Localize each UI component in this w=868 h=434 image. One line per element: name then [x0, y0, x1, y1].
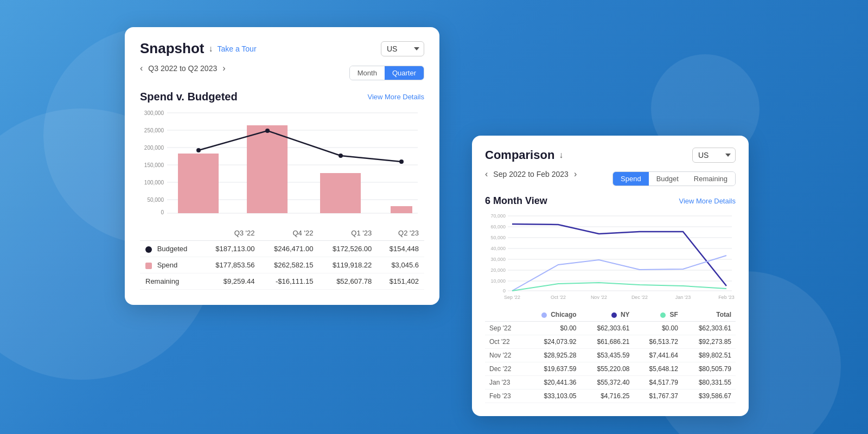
snapshot-next-arrow[interactable]: › — [222, 63, 225, 73]
snapshot-view-more[interactable]: View More Details — [367, 93, 424, 101]
bar-q3-spend — [178, 154, 219, 213]
comparison-card: Comparison ↓ US EU APAC ‹ Sep 2022 to Fe… — [472, 136, 749, 416]
snapshot-table-header-row: Q3 '22 Q4 '22 Q1 '23 Q2 '23 — [140, 226, 424, 241]
download-icon[interactable]: ↓ — [208, 44, 213, 54]
comparison-download-icon[interactable]: ↓ — [559, 150, 563, 160]
svg-text:20,000: 20,000 — [490, 267, 506, 273]
remaining-q4: -$16,111.15 — [260, 273, 319, 290]
toggle-spend-btn[interactable]: Spend — [613, 172, 649, 186]
comp-sf-5: $1,767.37 — [634, 390, 682, 403]
comp-ny-1: $61,686.21 — [581, 335, 634, 349]
comp-month-0: Sep '22 — [485, 322, 525, 335]
snapshot-toggle-group: Month Quarter — [349, 66, 424, 80]
comp-col-month — [485, 308, 525, 322]
svg-text:40,000: 40,000 — [490, 246, 506, 251]
comparison-title-area: Comparison ↓ — [485, 148, 563, 162]
snapshot-date-nav: ‹ Q3 2022 to Q2 2023 › — [140, 63, 226, 73]
comp-col-chicago: Chicago — [525, 308, 581, 322]
toggle-month-btn[interactable]: Month — [350, 66, 385, 80]
spend-dot — [145, 263, 152, 269]
comp-sf-0: $0.00 — [634, 322, 682, 335]
comp-table-row: Nov '22 $28,925.28 $53,435.59 $7,441.64 … — [485, 349, 736, 362]
svg-text:Feb '23: Feb '23 — [718, 295, 735, 300]
snapshot-section-header: Spend v. Budgeted View More Details — [140, 91, 424, 103]
comp-month-1: Oct '22 — [485, 335, 525, 349]
snapshot-date-range: Q3 2022 to Q2 2023 — [148, 64, 217, 73]
chicago-dot — [541, 312, 547, 318]
comparison-view-more[interactable]: View More Details — [679, 197, 736, 205]
svg-text:60,000: 60,000 — [490, 224, 506, 229]
svg-text:30,000: 30,000 — [490, 257, 506, 262]
comparison-next-arrow[interactable]: › — [574, 169, 577, 179]
snapshot-title-text: Snapshot — [140, 40, 204, 57]
comp-table-row: Sep '22 $0.00 $62,303.61 $0.00 $62,303.6… — [485, 322, 736, 335]
comp-chicago-1: $24,073.92 — [525, 335, 581, 349]
comp-ny-0: $62,303.61 — [581, 322, 634, 335]
spend-label: Spend — [140, 257, 202, 273]
comparison-header: Comparison ↓ US EU APAC — [485, 148, 736, 163]
snapshot-chart-title: Spend v. Budgeted — [140, 91, 238, 103]
comparison-chart-title: 6 Month View — [485, 195, 547, 207]
comp-chicago-2: $28,925.28 — [525, 349, 581, 362]
comp-month-4: Jan '23 — [485, 376, 525, 390]
bar-q4-spend — [247, 125, 288, 213]
comp-ny-5: $4,716.25 — [581, 390, 634, 403]
toggle-quarter-btn[interactable]: Quarter — [385, 66, 424, 80]
snapshot-title: Snapshot ↓ — [140, 40, 213, 57]
ny-dot — [611, 312, 617, 318]
comparison-title-text: Comparison — [485, 148, 554, 162]
table-row-budgeted: Budgeted $187,113.00 $246,471.00 $172,52… — [140, 241, 424, 257]
comp-chicago-4: $20,441.36 — [525, 376, 581, 390]
comp-table-header-row: Chicago NY SF Total — [485, 308, 736, 322]
svg-text:200,000: 200,000 — [144, 145, 164, 151]
bar-q2-spend — [391, 206, 412, 213]
comp-col-ny: NY — [581, 308, 634, 322]
toggle-remaining-btn[interactable]: Remaining — [686, 172, 735, 186]
comparison-region-select[interactable]: US EU APAC — [692, 148, 736, 163]
remaining-q3: $9,259.44 — [202, 273, 260, 290]
comparison-title: Comparison ↓ — [485, 148, 563, 162]
comp-total-2: $89,802.51 — [682, 349, 736, 362]
comparison-table: Chicago NY SF Total Sep '22 $0.00 $62,30… — [485, 308, 736, 403]
comparison-chart: 70,000 60,000 50,000 40,000 30,000 20,00… — [485, 212, 736, 302]
col-q2: Q2 '23 — [377, 226, 424, 241]
budgeted-dot-2 — [265, 129, 270, 133]
snapshot-svg: 300,000 250,000 200,000 150,000 100,000 … — [140, 108, 424, 217]
comp-ny-4: $55,372.40 — [581, 376, 634, 390]
comp-month-2: Nov '22 — [485, 349, 525, 362]
snapshot-title-area: Snapshot ↓ Take a Tour — [140, 40, 257, 57]
comp-month-3: Dec '22 — [485, 362, 525, 376]
svg-text:Dec '22: Dec '22 — [631, 295, 648, 300]
col-label — [140, 226, 202, 241]
budgeted-dot-3 — [339, 154, 343, 158]
snapshot-region-select[interactable]: US EU APAC — [381, 41, 424, 56]
comp-ny-3: $55,220.08 — [581, 362, 634, 376]
svg-text:100,000: 100,000 — [144, 180, 164, 186]
comp-table-row: Oct '22 $24,073.92 $61,686.21 $6,513.72 … — [485, 335, 736, 349]
comp-chicago-0: $0.00 — [525, 322, 581, 335]
toggle-budget-btn[interactable]: Budget — [649, 172, 686, 186]
comp-total-1: $92,273.85 — [682, 335, 736, 349]
comparison-prev-arrow[interactable]: ‹ — [485, 169, 488, 179]
comp-table-row: Dec '22 $19,637.59 $55,220.08 $5,648.12 … — [485, 362, 736, 376]
svg-text:50,000: 50,000 — [490, 235, 506, 240]
sf-dot — [660, 312, 666, 318]
comparison-header-right: US EU APAC — [692, 148, 736, 163]
budgeted-dot-1 — [196, 148, 201, 152]
table-row-spend: Spend $177,853.56 $262,582.15 $119,918.2… — [140, 257, 424, 273]
comparison-section-header: 6 Month View View More Details — [485, 195, 736, 207]
svg-text:10,000: 10,000 — [490, 278, 506, 284]
comp-table-row: Feb '23 $33,103.05 $4,716.25 $1,767.37 $… — [485, 390, 736, 403]
svg-text:150,000: 150,000 — [144, 162, 164, 168]
snapshot-prev-arrow[interactable]: ‹ — [140, 63, 143, 73]
take-tour-link[interactable]: Take a Tour — [217, 44, 256, 53]
remaining-q1: $52,607.78 — [318, 273, 377, 290]
svg-text:50,000: 50,000 — [147, 197, 164, 203]
comparison-svg: 70,000 60,000 50,000 40,000 30,000 20,00… — [485, 212, 736, 302]
comp-total-4: $80,331.55 — [682, 376, 736, 390]
comp-sf-4: $4,517.79 — [634, 376, 682, 390]
svg-text:300,000: 300,000 — [144, 110, 164, 116]
snapshot-table: Q3 '22 Q4 '22 Q1 '23 Q2 '23 Budgeted $18… — [140, 226, 424, 290]
comp-col-total: Total — [682, 308, 736, 322]
comp-ny-2: $53,435.59 — [581, 349, 634, 362]
